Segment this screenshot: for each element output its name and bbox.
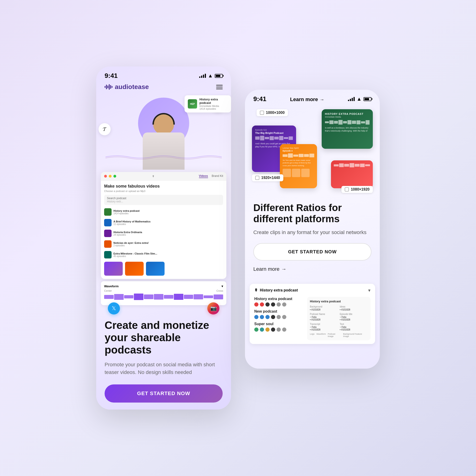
color-dot[interactable]: [277, 315, 281, 319]
svg-rect-3: [109, 84, 110, 90]
right-text-content: Different Ratios for different platforms…: [245, 198, 380, 284]
selector-chevron-icon[interactable]: ▾: [368, 288, 371, 293]
mockup-logo: 🎙: [110, 175, 197, 178]
detail-title: History extra podcast: [310, 300, 368, 303]
close-traffic-light: [104, 175, 107, 178]
left-status-time: 9:41: [105, 72, 118, 80]
card-history-content: History Extra Podcast Immediate Media: [322, 109, 373, 136]
checkbox-landscape[interactable]: [255, 176, 259, 180]
detail-background: Background • #101828: [310, 306, 338, 311]
center-label: Center: [104, 289, 112, 292]
color-dot[interactable]: [254, 315, 258, 319]
waveform-chevron: ▾: [221, 285, 223, 288]
waveform-bars: [104, 293, 223, 300]
signal-icon: [348, 97, 355, 101]
learn-more-link[interactable]: Learn more →: [253, 266, 371, 272]
color-dot[interactable]: [260, 315, 264, 319]
nav-brand[interactable]: Brand Kit: [212, 174, 223, 178]
logo-text: audiotease: [115, 83, 149, 91]
podcast-thumb-4: [104, 240, 112, 248]
pname-value: ↑ Felix • #101828: [310, 316, 338, 321]
text-label: Text: [340, 323, 368, 325]
detail-text: Text ↑ Felix • #101828: [340, 323, 368, 331]
card-history-sub: Immediate Media: [325, 116, 370, 118]
color-dot[interactable]: [271, 315, 275, 319]
color-dot[interactable]: [260, 302, 264, 306]
list-item: Noticias de ayer: Extra extra! 2 episode…: [104, 239, 223, 249]
podcast-episodes: 1414 episodes: [199, 107, 228, 110]
preview-thumb-3: [146, 262, 165, 276]
format-portrait-text: 1080×1920: [351, 187, 370, 191]
list-item: Extra Milestone - Classic Film Stm... 45…: [104, 250, 223, 259]
signal-icon: [199, 74, 206, 78]
list-item: Historia Extra Ordinaria 24 episodes: [104, 229, 223, 238]
detail-panel: History extra podcast Background • #1018…: [307, 297, 371, 340]
checkbox-square[interactable]: [260, 111, 264, 115]
color-dot[interactable]: [271, 327, 275, 332]
svg-rect-4: [110, 85, 111, 89]
color-dot[interactable]: [260, 327, 264, 332]
right-heading: Different Ratios for different platforms: [253, 202, 371, 225]
selector-icon: 🎙: [254, 288, 258, 292]
card-orange-ep: Linmar Sea Spirit: [283, 147, 314, 149]
card-orange-title: Episode 4: [283, 150, 314, 152]
cta-button[interactable]: GET STARTED NOW: [105, 384, 223, 403]
card-waveform-4: [334, 163, 370, 167]
podcast-title: History extra podcast: [199, 98, 228, 105]
battery-icon: [363, 97, 371, 101]
transcript-label: Transcript: [310, 323, 338, 325]
color-dot[interactable]: [282, 315, 286, 319]
color-dot[interactable]: [254, 302, 258, 306]
card-bigbright-ep: Episode 522: [255, 129, 293, 131]
color-dot[interactable]: [277, 327, 281, 332]
color-dot[interactable]: [265, 302, 270, 306]
theme-item-1: History extra podcast: [254, 297, 302, 306]
color-dot[interactable]: [277, 302, 281, 306]
text-value: ↑ Felix • #101828: [340, 326, 368, 331]
transcript-value: ↑ Felix • #101828: [310, 326, 338, 331]
detail-episode-title: Episode title ↑ Felix • #101828: [340, 313, 368, 321]
twitter-badge: 𝕏: [108, 302, 120, 314]
themes-and-detail: History extra podcast New podcast: [254, 297, 371, 340]
main-heading: Create and monetize your shareable podca…: [105, 319, 223, 356]
nav-videos[interactable]: Videos: [199, 174, 208, 178]
color-dot[interactable]: [265, 315, 270, 319]
card-bigbright-title: The Big Bright Podcast: [255, 132, 293, 134]
right-phone: 9:41 Learn more → ▲: [245, 90, 380, 369]
search-value: History extr...: [107, 200, 123, 203]
waveform-label: Waveform: [104, 285, 119, 288]
learn-more-top-text: Learn more: [290, 96, 318, 102]
color-dot[interactable]: [282, 302, 286, 306]
search-box[interactable]: Search podcast History extr...: [104, 195, 223, 205]
mockup-heading: Make some fabulous videos: [104, 184, 223, 189]
format-square-text: 1000×1000: [266, 111, 285, 115]
waveform-header: Waveform ▾: [104, 285, 223, 288]
main-subtitle: Promote your podcast on social media wit…: [105, 361, 223, 376]
tiktok-badge: 𝓣: [99, 123, 111, 135]
checkbox-portrait[interactable]: [345, 187, 349, 191]
right-cta-button[interactable]: GET STARTED NOW: [253, 243, 371, 261]
color-dot[interactable]: [254, 327, 258, 332]
right-learn-more-top[interactable]: Learn more →: [266, 96, 348, 103]
mockup-titlebar: 🎙 Videos Brand Kit: [101, 172, 226, 181]
selector-text: History extra podcast: [260, 288, 298, 292]
right-status-time: 9:41: [253, 95, 266, 103]
detail-transcript: Transcript ↑ Felix • #101828: [310, 323, 338, 331]
right-status-bar: 9:41 Learn more → ▲: [245, 90, 380, 105]
color-dot[interactable]: [271, 302, 275, 306]
waveform-controls: Center Cross: [104, 289, 223, 292]
left-status-icons: ▲: [199, 73, 223, 79]
card-waveform-2: [255, 136, 293, 140]
podcast-thumb-1: [104, 208, 112, 216]
color-dot[interactable]: [282, 327, 286, 332]
logo: audiotease: [105, 83, 149, 91]
color-dot[interactable]: [265, 327, 270, 332]
left-text-content: Create and monetize your shareable podca…: [96, 312, 231, 409]
format-label-landscape: 1920×1440: [252, 174, 283, 181]
format-card-red: [331, 160, 373, 188]
svg-rect-1: [106, 85, 107, 89]
waveform-label: Waveform: [316, 333, 326, 338]
list-item: History extra podcast 1414 episodes: [104, 207, 223, 217]
menu-button[interactable]: [216, 85, 223, 89]
card-orange-content: Linmar Sea Spirit Episode 4 So Tom and h…: [280, 144, 317, 180]
